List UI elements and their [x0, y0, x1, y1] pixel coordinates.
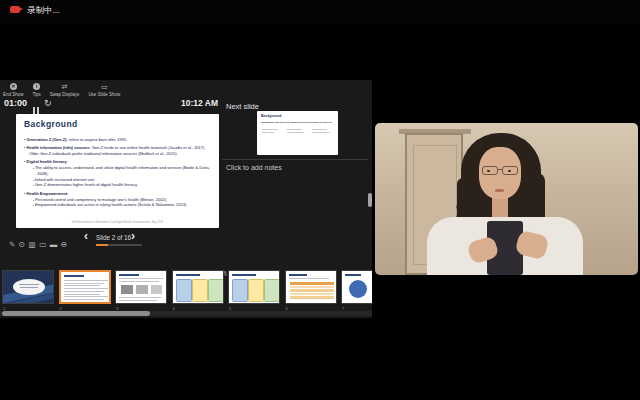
- subtitle-toggle-icon[interactable]: ▭: [39, 240, 46, 249]
- thumb-art: [173, 271, 223, 303]
- recording-camera-icon[interactable]: [10, 6, 20, 13]
- toolbar-tips[interactable]: iTips: [33, 83, 41, 97]
- thumb-art: [61, 272, 109, 302]
- glasses-left-lens: [482, 166, 498, 175]
- bullet-lead: Health Empowerment: [27, 191, 68, 196]
- next-slide-bullet: Information has different characteristic…: [261, 121, 335, 124]
- toolbar-swap-displays[interactable]: ⇄Swap Displays: [50, 83, 80, 97]
- slide-sub-bullet: Empowered individuals are active in taki…: [33, 202, 214, 208]
- toolbar-item-label: Use Slide Show: [88, 92, 120, 97]
- filmstrip-thumb-2[interactable]: [59, 270, 111, 304]
- slide-progress-fill: [96, 244, 108, 246]
- next-slide-label: Next slide: [226, 102, 259, 111]
- filmstrip-thumb-4[interactable]: [172, 270, 224, 304]
- presenter-mouth: [495, 189, 504, 192]
- toolbar-use-slide-show[interactable]: ▭Use Slide Show: [88, 83, 120, 97]
- filmstrip-thumb-7[interactable]: [341, 270, 372, 304]
- filmstrip-thumb-5[interactable]: [228, 270, 280, 304]
- filmstrip-scrollbar-thumb[interactable]: [2, 311, 150, 316]
- end-show-icon: ✕: [10, 83, 17, 90]
- toolbar-item-label: Tips: [33, 92, 41, 97]
- annotation-tools: ✎⊙▥▭▬⊖: [9, 233, 71, 251]
- thumb-art: [229, 271, 279, 303]
- slide-title: Background: [24, 119, 78, 129]
- laser-pointer-icon[interactable]: ⊙: [19, 240, 25, 249]
- toolbar-item-label: End Show: [3, 92, 24, 97]
- current-slide: Background Generation Z (Gen-Z): refers …: [16, 114, 219, 228]
- tips-icon: i: [33, 83, 40, 90]
- ppt-toolbar: ✕End ShowiTips⇄Swap Displays▭Use Slide S…: [3, 83, 120, 97]
- next-slide-column: Internet and online health sources: [262, 128, 283, 133]
- bullet-lead: Health information (info) sources: [27, 145, 90, 150]
- thumb-art: [286, 271, 336, 303]
- glasses-bridge: [497, 169, 503, 170]
- bullet-text: :: [67, 191, 68, 196]
- filmstrip-thumb-6[interactable]: [285, 270, 337, 304]
- next-slide-title: Background: [261, 114, 281, 118]
- recording-status-label[interactable]: 录制中...: [27, 5, 60, 17]
- presenter-eye-left: [487, 170, 490, 172]
- notes-placeholder[interactable]: Click to add notes: [226, 164, 282, 171]
- thumb-art: [3, 271, 53, 303]
- next-slide-preview[interactable]: Background Information has different cha…: [257, 111, 338, 155]
- bullet-text: : refers to anyone born after 1995.: [67, 137, 127, 142]
- slide-bullet: Generation Z (Gen-Z): refers to anyone b…: [24, 137, 214, 143]
- slide-footnote: 4th Presentation on Generation Z and Dig…: [16, 221, 219, 224]
- thumb-art: [342, 271, 372, 303]
- panel-resize-handle[interactable]: [368, 193, 372, 207]
- swap-displays-icon: ⇄: [62, 83, 68, 90]
- hide-slide-icon[interactable]: ⊖: [61, 240, 67, 249]
- black-screen-icon[interactable]: ▬: [50, 240, 58, 249]
- slide-counter: Slide 2 of 16: [96, 234, 131, 241]
- current-time: 10:12 AM: [150, 98, 218, 108]
- previous-slide-button[interactable]: ‹: [84, 229, 88, 243]
- notes-divider: [222, 159, 368, 160]
- slide-sub-bullet: Gen-Z demonstrates higher levels of digi…: [33, 182, 214, 188]
- pen-tool-icon[interactable]: ✎: [9, 240, 15, 249]
- restart-timer-icon[interactable]: ↻: [44, 98, 52, 108]
- next-slide-column: Traditional media information sources: [287, 128, 308, 133]
- bullet-text: :: [67, 159, 68, 164]
- slide-bullet: Health information (info) sources: Gen-Z…: [24, 145, 214, 157]
- next-slide-columns: Internet and online health sourcesTradit…: [262, 128, 333, 133]
- meeting-screen: 录制中... ✕End ShowiTips⇄Swap Displays▭Use …: [0, 0, 640, 400]
- presenter-eye-right: [508, 170, 511, 172]
- highlighter-tool-icon[interactable]: ▥: [29, 240, 36, 249]
- webcam-video-tile[interactable]: [375, 123, 638, 275]
- thumb-art: [116, 271, 166, 303]
- bullet-lead: Digital health literacy: [27, 159, 67, 164]
- next-slide-column: Interpersonal and professional sources: [312, 128, 333, 133]
- filmstrip-scrollbar-track[interactable]: [0, 311, 372, 316]
- shared-presenter-view: ✕End ShowiTips⇄Swap Displays▭Use Slide S…: [0, 80, 372, 318]
- use-slide-show-icon: ▭: [101, 83, 108, 90]
- filmstrip-thumb-1[interactable]: [2, 270, 54, 304]
- filmstrip-thumb-3[interactable]: [115, 270, 167, 304]
- slide-sub-bullet: The ability to access, understand, and u…: [33, 165, 214, 177]
- bullet-lead: Generation Z (Gen-Z): [27, 137, 67, 142]
- next-slide-button[interactable]: ›: [131, 229, 135, 243]
- elapsed-timer: 01:00: [4, 98, 27, 108]
- slide-bullets: Generation Z (Gen-Z): refers to anyone b…: [24, 134, 214, 208]
- meeting-top-bar: 录制中...: [0, 0, 640, 24]
- toolbar-end-show[interactable]: ✕End Show: [3, 83, 24, 97]
- slide-progress-track: [96, 244, 142, 246]
- toolbar-item-label: Swap Displays: [50, 92, 80, 97]
